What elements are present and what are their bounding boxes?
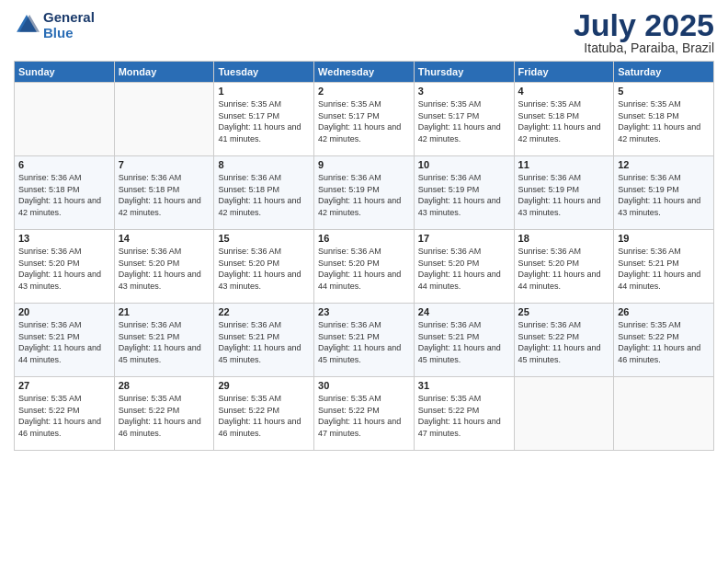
calendar-cell: 26Sunrise: 5:35 AM Sunset: 5:22 PM Dayli… — [614, 304, 714, 377]
week-row-4: 20Sunrise: 5:36 AM Sunset: 5:21 PM Dayli… — [15, 304, 714, 377]
day-number: 30 — [318, 380, 410, 391]
calendar-cell: 19Sunrise: 5:36 AM Sunset: 5:21 PM Dayli… — [614, 230, 714, 304]
calendar-cell: 4Sunrise: 5:35 AM Sunset: 5:18 PM Daylig… — [514, 83, 614, 156]
day-info: Sunrise: 5:36 AM Sunset: 5:21 PM Dayligh… — [318, 319, 410, 365]
day-info: Sunrise: 5:36 AM Sunset: 5:22 PM Dayligh… — [518, 319, 610, 365]
day-info: Sunrise: 5:36 AM Sunset: 5:19 PM Dayligh… — [318, 172, 410, 218]
page-container: General Blue July 2025 Itatuba, Paraiba,… — [0, 0, 728, 460]
day-info: Sunrise: 5:35 AM Sunset: 5:22 PM Dayligh… — [618, 319, 710, 365]
day-info: Sunrise: 5:35 AM Sunset: 5:22 PM Dayligh… — [18, 393, 110, 439]
day-info: Sunrise: 5:36 AM Sunset: 5:19 PM Dayligh… — [418, 172, 510, 218]
day-info: Sunrise: 5:36 AM Sunset: 5:19 PM Dayligh… — [618, 172, 710, 218]
day-info: Sunrise: 5:36 AM Sunset: 5:18 PM Dayligh… — [119, 172, 210, 218]
day-number: 17 — [418, 233, 510, 244]
calendar-cell: 15Sunrise: 5:36 AM Sunset: 5:20 PM Dayli… — [214, 230, 314, 304]
day-number: 2 — [318, 86, 410, 97]
calendar-cell: 22Sunrise: 5:36 AM Sunset: 5:21 PM Dayli… — [214, 304, 314, 377]
column-header-thursday: Thursday — [414, 62, 514, 83]
calendar-cell: 16Sunrise: 5:36 AM Sunset: 5:20 PM Dayli… — [314, 230, 415, 304]
day-number: 12 — [618, 159, 710, 170]
calendar-cell: 17Sunrise: 5:36 AM Sunset: 5:20 PM Dayli… — [414, 230, 514, 304]
calendar-cell: 29Sunrise: 5:35 AM Sunset: 5:22 PM Dayli… — [214, 377, 314, 451]
calendar-cell: 24Sunrise: 5:36 AM Sunset: 5:21 PM Dayli… — [414, 304, 514, 377]
day-info: Sunrise: 5:35 AM Sunset: 5:22 PM Dayligh… — [318, 393, 410, 439]
calendar-cell: 1Sunrise: 5:35 AM Sunset: 5:17 PM Daylig… — [214, 83, 314, 156]
calendar-cell: 31Sunrise: 5:35 AM Sunset: 5:22 PM Dayli… — [414, 377, 514, 451]
day-info: Sunrise: 5:35 AM Sunset: 5:22 PM Dayligh… — [418, 393, 510, 439]
day-number: 8 — [218, 159, 310, 170]
calendar-cell — [114, 83, 214, 156]
day-info: Sunrise: 5:35 AM Sunset: 5:22 PM Dayligh… — [119, 393, 210, 439]
column-header-friday: Friday — [514, 62, 614, 83]
calendar-cell — [15, 83, 115, 156]
calendar-cell: 25Sunrise: 5:36 AM Sunset: 5:22 PM Dayli… — [514, 304, 614, 377]
calendar-cell: 30Sunrise: 5:35 AM Sunset: 5:22 PM Dayli… — [314, 377, 415, 451]
day-info: Sunrise: 5:35 AM Sunset: 5:18 PM Dayligh… — [618, 98, 710, 144]
calendar-cell: 10Sunrise: 5:36 AM Sunset: 5:19 PM Dayli… — [414, 156, 514, 230]
calendar-cell: 8Sunrise: 5:36 AM Sunset: 5:18 PM Daylig… — [214, 156, 314, 230]
day-info: Sunrise: 5:36 AM Sunset: 5:20 PM Dayligh… — [418, 246, 510, 292]
logo-icon — [14, 12, 40, 38]
day-info: Sunrise: 5:36 AM Sunset: 5:21 PM Dayligh… — [218, 319, 310, 365]
day-number: 31 — [418, 380, 510, 391]
day-number: 23 — [318, 306, 410, 317]
day-number: 1 — [218, 86, 310, 97]
calendar-header-row: SundayMondayTuesdayWednesdayThursdayFrid… — [15, 62, 714, 83]
day-number: 22 — [218, 306, 310, 317]
week-row-2: 6Sunrise: 5:36 AM Sunset: 5:18 PM Daylig… — [15, 156, 714, 230]
column-header-monday: Monday — [114, 62, 214, 83]
day-number: 11 — [518, 159, 610, 170]
calendar-cell: 12Sunrise: 5:36 AM Sunset: 5:19 PM Dayli… — [614, 156, 714, 230]
day-number: 14 — [119, 233, 210, 244]
calendar-cell: 21Sunrise: 5:36 AM Sunset: 5:21 PM Dayli… — [114, 304, 214, 377]
day-info: Sunrise: 5:36 AM Sunset: 5:19 PM Dayligh… — [518, 172, 610, 218]
week-row-5: 27Sunrise: 5:35 AM Sunset: 5:22 PM Dayli… — [15, 377, 714, 451]
calendar-cell: 27Sunrise: 5:35 AM Sunset: 5:22 PM Dayli… — [15, 377, 115, 451]
day-info: Sunrise: 5:36 AM Sunset: 5:18 PM Dayligh… — [18, 172, 110, 218]
day-info: Sunrise: 5:35 AM Sunset: 5:17 PM Dayligh… — [318, 98, 410, 144]
column-header-saturday: Saturday — [614, 62, 714, 83]
calendar-cell: 23Sunrise: 5:36 AM Sunset: 5:21 PM Dayli… — [314, 304, 415, 377]
day-number: 26 — [618, 306, 710, 317]
subtitle: Itatuba, Paraiba, Brazil — [574, 40, 714, 55]
column-header-tuesday: Tuesday — [214, 62, 314, 83]
month-title: July 2025 — [574, 9, 714, 40]
day-info: Sunrise: 5:36 AM Sunset: 5:21 PM Dayligh… — [418, 319, 510, 365]
day-number: 20 — [18, 306, 110, 317]
calendar-cell: 13Sunrise: 5:36 AM Sunset: 5:20 PM Dayli… — [15, 230, 115, 304]
week-row-3: 13Sunrise: 5:36 AM Sunset: 5:20 PM Dayli… — [15, 230, 714, 304]
day-info: Sunrise: 5:36 AM Sunset: 5:21 PM Dayligh… — [18, 319, 110, 365]
calendar-cell: 3Sunrise: 5:35 AM Sunset: 5:17 PM Daylig… — [414, 83, 514, 156]
day-info: Sunrise: 5:36 AM Sunset: 5:21 PM Dayligh… — [618, 246, 710, 292]
calendar-cell — [514, 377, 614, 451]
day-number: 3 — [418, 86, 510, 97]
day-info: Sunrise: 5:36 AM Sunset: 5:21 PM Dayligh… — [119, 319, 210, 365]
day-number: 24 — [418, 306, 510, 317]
calendar-cell: 9Sunrise: 5:36 AM Sunset: 5:19 PM Daylig… — [314, 156, 415, 230]
day-number: 9 — [318, 159, 410, 170]
day-info: Sunrise: 5:36 AM Sunset: 5:20 PM Dayligh… — [518, 246, 610, 292]
day-info: Sunrise: 5:35 AM Sunset: 5:22 PM Dayligh… — [218, 393, 310, 439]
calendar-cell: 28Sunrise: 5:35 AM Sunset: 5:22 PM Dayli… — [114, 377, 214, 451]
day-number: 16 — [318, 233, 410, 244]
title-block: July 2025 Itatuba, Paraiba, Brazil — [574, 9, 714, 55]
day-info: Sunrise: 5:35 AM Sunset: 5:17 PM Dayligh… — [418, 98, 510, 144]
column-header-wednesday: Wednesday — [314, 62, 415, 83]
day-number: 29 — [218, 380, 310, 391]
calendar-cell: 20Sunrise: 5:36 AM Sunset: 5:21 PM Dayli… — [15, 304, 115, 377]
calendar-cell: 11Sunrise: 5:36 AM Sunset: 5:19 PM Dayli… — [514, 156, 614, 230]
day-number: 15 — [218, 233, 310, 244]
day-info: Sunrise: 5:35 AM Sunset: 5:17 PM Dayligh… — [218, 98, 310, 144]
day-number: 6 — [18, 159, 110, 170]
calendar-cell: 2Sunrise: 5:35 AM Sunset: 5:17 PM Daylig… — [314, 83, 415, 156]
day-number: 25 — [518, 306, 610, 317]
column-header-sunday: Sunday — [15, 62, 115, 83]
logo: General Blue — [14, 9, 95, 40]
day-number: 4 — [518, 86, 610, 97]
day-info: Sunrise: 5:35 AM Sunset: 5:18 PM Dayligh… — [518, 98, 610, 144]
logo-text: General Blue — [43, 9, 95, 40]
calendar-cell: 18Sunrise: 5:36 AM Sunset: 5:20 PM Dayli… — [514, 230, 614, 304]
calendar-cell: 5Sunrise: 5:35 AM Sunset: 5:18 PM Daylig… — [614, 83, 714, 156]
calendar-cell: 6Sunrise: 5:36 AM Sunset: 5:18 PM Daylig… — [15, 156, 115, 230]
day-info: Sunrise: 5:36 AM Sunset: 5:20 PM Dayligh… — [318, 246, 410, 292]
